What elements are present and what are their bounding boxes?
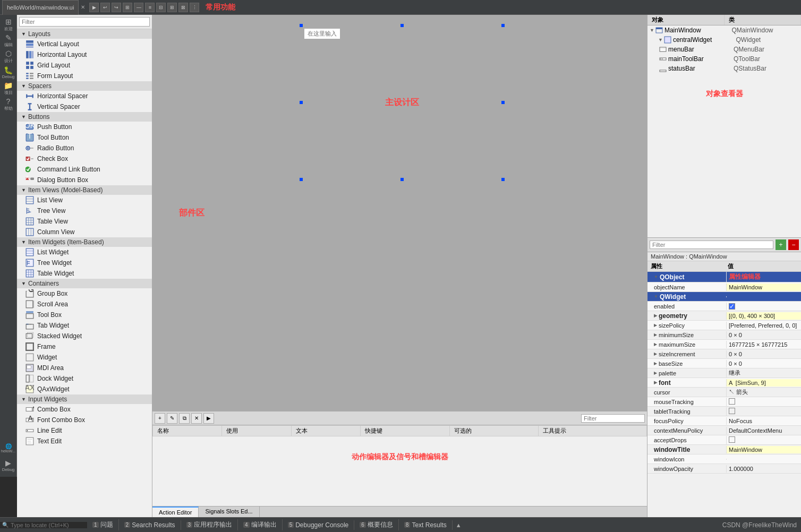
- widget-grid-layout[interactable]: Grid Layout: [17, 60, 152, 71]
- toolbar-icon-4[interactable]: ⊞: [123, 3, 132, 12]
- prop-row-contextmenupolicy[interactable]: contextMenuPolicy DefaultContextMenu: [647, 426, 801, 435]
- action-edit-btn[interactable]: ✎: [167, 413, 177, 424]
- widget-list-widget[interactable]: List Widget: [17, 247, 152, 258]
- prop-enabled-value[interactable]: ✓: [726, 303, 801, 310]
- design-canvas[interactable]: 部件区 在这里输入 主设计区: [152, 15, 647, 411]
- widget-combo-box[interactable]: ▾ Combo Box: [17, 404, 152, 415]
- handle-ml[interactable]: [300, 101, 303, 104]
- prop-row-focuspolicy[interactable]: focusPolicy NoFocus: [647, 416, 801, 426]
- toolbar-icon-5[interactable]: —: [134, 3, 143, 12]
- bottom-tab-2[interactable]: 2 Search Results: [119, 520, 181, 530]
- sidebar-icon-edit[interactable]: ✎ 编辑: [1, 33, 16, 48]
- widget-filter-input[interactable]: [19, 17, 150, 27]
- widget-vertical-layout[interactable]: Vertical Layout: [17, 39, 152, 49]
- widget-horizontal-layout[interactable]: Horizontal Layout: [17, 49, 152, 60]
- widget-frame[interactable]: Frame: [17, 341, 152, 352]
- tree-row-centralwidget[interactable]: ▼ centralWidget QWidget: [647, 35, 801, 45]
- toolbar-icon-2[interactable]: ↩: [100, 3, 110, 12]
- section-containers[interactable]: ▼ Containers: [17, 279, 152, 288]
- widget-tool-button[interactable]: T Tool Button: [17, 132, 152, 143]
- prop-row-palette[interactable]: ▶ palette 继承: [647, 368, 801, 378]
- widget-push-button[interactable]: OK Push Button: [17, 122, 152, 132]
- widget-text-edit[interactable]: Text Edit: [17, 436, 152, 447]
- design-window[interactable]: 在这里输入 主设计区: [301, 25, 503, 179]
- mousetracking-checkbox[interactable]: [729, 398, 735, 405]
- bottom-tab-5[interactable]: 5 Debugger Console: [283, 520, 355, 530]
- prop-contextmenupolicy-value[interactable]: DefaultContextMenu: [726, 427, 801, 434]
- prop-objectname-value[interactable]: MainWindow: [726, 284, 801, 291]
- toolbar-icon-10[interactable]: ⋮: [190, 3, 199, 12]
- widget-dialog-button-box[interactable]: X Dialog Button Box: [17, 175, 152, 185]
- prop-row-cursor[interactable]: cursor ↖ 箭头: [647, 388, 801, 397]
- widget-tree-view[interactable]: Tree View: [17, 205, 152, 216]
- widget-vertical-spacer[interactable]: Vertical Spacer: [17, 101, 152, 112]
- prop-row-sizeincrement[interactable]: ▶ sizeIncrement 0 × 0: [647, 349, 801, 359]
- handle-tl[interactable]: [300, 24, 303, 27]
- bottom-tab-6[interactable]: 6 概要信息: [354, 519, 399, 530]
- close-tab-btn[interactable]: ✕: [81, 4, 85, 10]
- widget-list-view[interactable]: List View: [17, 195, 152, 205]
- design-dotted-area[interactable]: 在这里输入 主设计区: [301, 25, 503, 179]
- prop-sizepolicy-value[interactable]: [Preferred, Preferred, 0, 0]: [726, 322, 801, 329]
- prop-mousetracking-value[interactable]: [726, 398, 801, 406]
- tree-row-statusbar[interactable]: statusBar QStatusBar: [647, 64, 801, 73]
- widget-line-edit[interactable]: Line Edit: [17, 425, 152, 436]
- tablettracking-checkbox[interactable]: [729, 408, 735, 414]
- widget-qax-widget[interactable]: AX QAxWidget: [17, 384, 152, 394]
- widget-tool-box[interactable]: Tool Box: [17, 310, 152, 320]
- sidebar-icon-world[interactable]: 🌐 helloW...: [1, 441, 16, 456]
- toolbar-icon-8[interactable]: ⊞: [167, 3, 177, 12]
- toolbar-icon-3[interactable]: ↪: [112, 3, 121, 12]
- action-filter-input[interactable]: [581, 414, 645, 423]
- action-preview-btn[interactable]: ▶: [203, 413, 214, 424]
- widget-tree-widget[interactable]: Tree Widget: [17, 258, 152, 268]
- action-delete-btn[interactable]: ✕: [191, 413, 202, 424]
- prop-row-objectname[interactable]: objectName MainWindow: [647, 282, 801, 292]
- prop-row-enabled[interactable]: enabled ✓: [647, 302, 801, 311]
- toolbar-icon-7[interactable]: ⊟: [156, 3, 166, 12]
- prop-row-windowicon[interactable]: windowIcon: [647, 454, 801, 464]
- prop-row-mousetracking[interactable]: mouseTracking: [647, 397, 801, 407]
- signals-slots-tab[interactable]: Signals Slots Ed...: [199, 507, 259, 517]
- acceptdrops-checkbox[interactable]: [729, 436, 735, 443]
- widget-tab-widget[interactable]: Tab Widget: [17, 320, 152, 331]
- prop-row-acceptdrops[interactable]: acceptDrops: [647, 435, 801, 445]
- prop-row-maximumsize[interactable]: ▶ maximumSize 16777215 × 16777215: [647, 340, 801, 349]
- widget-horizontal-spacer[interactable]: Horizontal Spacer: [17, 91, 152, 101]
- action-new-btn[interactable]: +: [155, 413, 165, 424]
- section-spacers[interactable]: ▼ Spacers: [17, 81, 152, 91]
- section-item-widgets[interactable]: ▼ Item Widgets (Item-Based): [17, 237, 152, 247]
- handle-tr[interactable]: [501, 24, 505, 27]
- prop-row-tablettracking[interactable]: tabletTracking: [647, 407, 801, 416]
- widget-font-combo-box[interactable]: A Font Combo Box: [17, 415, 152, 425]
- handle-bl[interactable]: [300, 178, 303, 181]
- prop-filter-remove-btn[interactable]: −: [788, 239, 799, 250]
- prop-maximumsize-value[interactable]: 16777215 × 16777215: [726, 341, 801, 348]
- bottom-tab-1[interactable]: 1 问题: [87, 519, 119, 530]
- sidebar-icon-debug2[interactable]: ▶ Debug: [1, 458, 16, 473]
- widget-form-layout[interactable]: Form Layout: [17, 71, 152, 81]
- bottom-expand-btn[interactable]: ▲: [456, 522, 462, 528]
- tree-row-maintoolbar[interactable]: mainToolBar QToolBar: [647, 54, 801, 64]
- section-buttons[interactable]: ▼ Buttons: [17, 112, 152, 122]
- toolbar-icon-6[interactable]: ≡: [145, 3, 155, 12]
- sidebar-icon-project[interactable]: 📁 项目: [1, 81, 16, 96]
- widget-dock-widget[interactable]: Dock Widget: [17, 373, 152, 384]
- prop-font-value[interactable]: A [SimSun, 9]: [726, 379, 801, 387]
- bottom-tab-4[interactable]: 4 编译输出: [238, 519, 283, 530]
- section-layouts[interactable]: ▼ Layouts: [17, 29, 152, 39]
- action-copy-btn[interactable]: ⧉: [179, 413, 190, 424]
- widget-command-link-button[interactable]: Command Link Button: [17, 164, 152, 175]
- prop-acceptdrops-value[interactable]: [726, 436, 801, 444]
- prop-windowopacity-value[interactable]: 1.000000: [726, 465, 801, 473]
- widget-table-widget[interactable]: Table Widget: [17, 268, 152, 279]
- prop-filter-input[interactable]: [650, 241, 773, 249]
- handle-tm[interactable]: [400, 24, 404, 27]
- widget-stacked-widget[interactable]: Stacked Widget: [17, 331, 152, 341]
- sidebar-icon-debug[interactable]: 🐛 Debug: [1, 65, 16, 80]
- widget-column-view[interactable]: Column View: [17, 227, 152, 237]
- toolbar-icon-9[interactable]: ⊠: [178, 3, 188, 12]
- handle-br[interactable]: [501, 178, 505, 181]
- widget-table-view[interactable]: Table View: [17, 216, 152, 227]
- section-input-widgets[interactable]: ▼ Input Widgets: [17, 394, 152, 404]
